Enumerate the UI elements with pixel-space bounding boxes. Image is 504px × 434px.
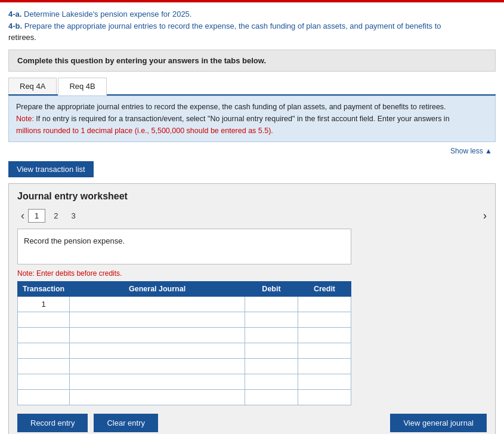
row5-debit[interactable] [245, 358, 298, 374]
row7-credit-input[interactable] [298, 390, 351, 405]
next-page-button[interactable]: › [483, 210, 487, 222]
row6-credit[interactable] [298, 374, 351, 389]
complete-box: Complete this question by entering your … [8, 50, 496, 72]
row3-credit[interactable] [298, 327, 351, 343]
info-line2-rest: If no entry is required for a transactio… [36, 115, 449, 123]
row5-transaction [18, 358, 70, 374]
col-debit: Debit [245, 281, 298, 296]
row2-journal[interactable] [70, 312, 245, 327]
col-general-journal: General Journal [70, 281, 245, 296]
tabs-row: Req 4A Req 4B [8, 78, 496, 96]
prev-page-button[interactable]: ‹ [17, 210, 28, 222]
tab-req4a[interactable]: Req 4A [8, 78, 57, 94]
row4-debit[interactable] [245, 343, 298, 358]
row5-credit-input[interactable] [298, 359, 351, 374]
clear-entry-button[interactable]: Clear entry [94, 414, 158, 432]
view-transaction-button[interactable]: View transaction list [8, 161, 94, 177]
row6-transaction [18, 374, 70, 389]
show-less-link[interactable]: Show less ▲ [8, 146, 496, 156]
journal-table: Transaction General Journal Debit Credit… [17, 281, 351, 405]
row4-journal-input[interactable] [70, 343, 245, 358]
tab-req4b[interactable]: Req 4B [58, 78, 106, 96]
note-debits-credits: Note: Enter debits before credits. [17, 269, 487, 278]
nav-row: ‹ 1 2 3 › [17, 209, 487, 223]
worksheet-container: Journal entry worksheet ‹ 1 2 3 › Record… [8, 183, 496, 435]
bottom-buttons: Record entry Clear entry View general jo… [17, 414, 487, 432]
row6-debit[interactable] [245, 374, 298, 389]
intro-4a-bold: 4-a. [8, 10, 21, 19]
table-row [18, 358, 351, 374]
row7-credit[interactable] [298, 389, 351, 405]
row1-credit-input[interactable] [298, 297, 351, 312]
page-1[interactable]: 1 [28, 209, 45, 223]
row2-journal-input[interactable] [70, 312, 245, 327]
table-row [18, 327, 351, 343]
row4-credit[interactable] [298, 343, 351, 358]
page-3[interactable]: 3 [66, 210, 80, 222]
info-box: Prepare the appropriate journal entries … [8, 96, 496, 142]
table-row [18, 343, 351, 358]
row5-credit[interactable] [298, 358, 351, 374]
row7-debit[interactable] [245, 389, 298, 405]
row5-journal-input[interactable] [70, 359, 245, 374]
row4-transaction [18, 343, 70, 358]
row5-journal[interactable] [70, 358, 245, 374]
row4-journal[interactable] [70, 343, 245, 358]
page-2[interactable]: 2 [49, 210, 63, 222]
row3-debit-input[interactable] [245, 328, 298, 343]
col-transaction: Transaction [18, 281, 70, 296]
row7-journal-input[interactable] [70, 390, 245, 405]
row7-journal[interactable] [70, 389, 245, 405]
row7-debit-input[interactable] [245, 390, 298, 405]
intro-4b-bold: 4-b. [8, 21, 22, 30]
table-row [18, 312, 351, 327]
row6-journal[interactable] [70, 374, 245, 389]
row6-journal-input[interactable] [70, 374, 245, 389]
row2-debit-input[interactable] [245, 312, 298, 327]
info-line1: Prepare the appropriate journal entries … [16, 101, 488, 113]
info-note-label: Note: [16, 115, 36, 123]
row1-journal-input[interactable] [70, 297, 245, 312]
row3-debit[interactable] [245, 327, 298, 343]
row2-transaction [18, 312, 70, 327]
intro-4a-text: Determine Lakeside's pension expense for… [21, 10, 191, 19]
row2-credit[interactable] [298, 312, 351, 327]
row7-transaction [18, 389, 70, 405]
row3-credit-input[interactable] [298, 328, 351, 343]
row1-journal[interactable] [70, 296, 245, 312]
row6-credit-input[interactable] [298, 374, 351, 389]
row6-debit-input[interactable] [245, 374, 298, 389]
row4-debit-input[interactable] [245, 343, 298, 358]
record-desc-box: Record the pension expense. [17, 229, 351, 264]
row1-debit[interactable] [245, 296, 298, 312]
row5-debit-input[interactable] [245, 359, 298, 374]
table-row [18, 374, 351, 389]
table-row [18, 389, 351, 405]
intro-line3: retirees. [8, 32, 496, 44]
row1-transaction: 1 [18, 296, 70, 312]
info-line3-red: millions rounded to 1 decimal place (i.e… [16, 127, 273, 135]
intro-text: 4-a. Determine Lakeside's pension expens… [8, 8, 496, 44]
row3-journal[interactable] [70, 327, 245, 343]
row3-journal-input[interactable] [70, 328, 245, 343]
row1-credit[interactable] [298, 296, 351, 312]
col-credit: Credit [298, 281, 351, 296]
view-general-journal-button[interactable]: View general journal [390, 414, 487, 432]
table-row: 1 [18, 296, 351, 312]
row2-credit-input[interactable] [298, 312, 351, 327]
record-entry-button[interactable]: Record entry [17, 414, 88, 432]
row4-credit-input[interactable] [298, 343, 351, 358]
intro-4b-text: Prepare the appropriate journal entries … [22, 21, 441, 30]
worksheet-title: Journal entry worksheet [17, 191, 487, 202]
row3-transaction [18, 327, 70, 343]
row2-debit[interactable] [245, 312, 298, 327]
row1-debit-input[interactable] [245, 297, 298, 312]
